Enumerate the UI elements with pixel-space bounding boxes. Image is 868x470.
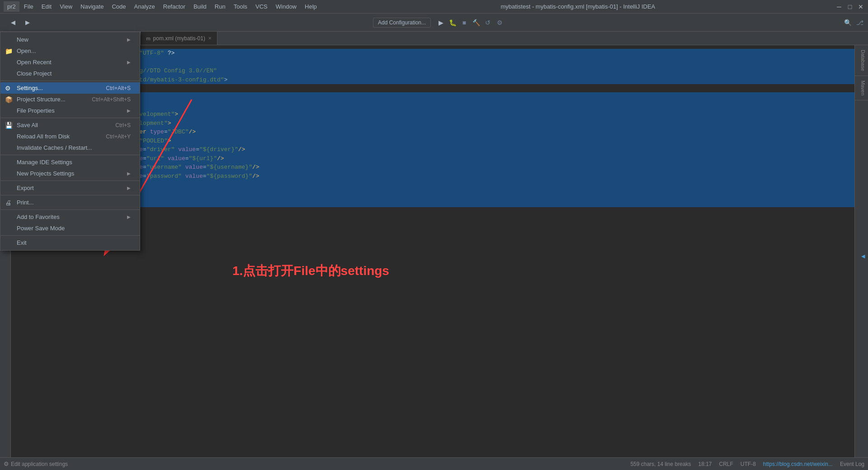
menu-file[interactable]: pr2 [4, 1, 19, 12]
settings-icon-status: ⚙ [4, 461, 9, 467]
file-menu-panel: New ▶ 📁 Open... Open Recent ▶ Close Proj… [0, 32, 140, 251]
encoding[interactable]: UTF-8 [741, 461, 756, 467]
save-all-shortcut: Ctrl+S [115, 122, 131, 128]
toolbar-back-button[interactable]: ◀ [7, 17, 19, 28]
menu-separator-7 [0, 235, 140, 236]
search-everywhere-button[interactable]: 🔍 [844, 18, 853, 27]
menu-item-reload[interactable]: Reload All from Disk Ctrl+Alt+Y [0, 131, 140, 142]
project-structure-shortcut: Ctrl+Alt+Shift+S [92, 96, 131, 103]
menu-vcs[interactable]: VCS [252, 1, 271, 12]
menu-item-power-save[interactable]: Power Save Mode [0, 223, 140, 234]
menu-item-open-recent[interactable]: Open Recent ▶ [0, 57, 140, 68]
title-bar: pr2 File Edit View Navigate Code Analyze… [0, 0, 868, 14]
menu-refactor[interactable]: Refactor [160, 1, 189, 12]
menu-build[interactable]: Build [190, 1, 210, 12]
menu-item-invalidate-caches[interactable]: Invalidate Caches / Restart... [0, 142, 140, 153]
menu-separator-2 [0, 118, 140, 118]
menu-run[interactable]: Run [211, 1, 229, 12]
reload-button[interactable]: ↺ [483, 18, 492, 27]
window-title: mybatistest - mybatis-config.xml [mybati… [321, 3, 835, 10]
settings-shortcut: Ctrl+Alt+S [106, 85, 131, 91]
arrow-icon: ▶ [127, 60, 131, 65]
arrow-icon: ▶ [127, 37, 131, 42]
menu-window[interactable]: Window [272, 1, 300, 12]
minimize-button[interactable]: ─ [835, 3, 843, 10]
file-menu-dropdown: New ▶ 📁 Open... Open Recent ▶ Close Proj… [0, 32, 140, 251]
char-count: 559 chars, 14 line breaks [630, 461, 691, 467]
menu-separator-3 [0, 155, 140, 155]
menu-code[interactable]: Code [108, 1, 129, 12]
arrow-icon: ▶ [127, 108, 131, 113]
menu-separator-5 [0, 195, 140, 195]
menu-file-label[interactable]: File [20, 1, 37, 12]
menu-item-open[interactable]: 📁 Open... [0, 45, 140, 57]
menu-item-invalidate-caches-label: Invalidate Caches / Restart... [17, 144, 92, 151]
settings-button[interactable]: ⚙ [495, 18, 504, 27]
status-bar: ⚙ Edit application settings 559 chars, 1… [0, 457, 868, 470]
save-icon: 💾 [5, 122, 13, 129]
settings-icon: ⚙ [5, 85, 11, 92]
menu-item-power-save-label: Power Save Mode [17, 225, 65, 232]
event-log-button[interactable]: Event Log [840, 461, 864, 467]
menu-item-open-label: Open... [17, 47, 36, 54]
toolbar-left-icons: ◀ ▶ [7, 17, 33, 28]
build-button[interactable]: 🔨 [472, 18, 481, 27]
run-button[interactable]: ▶ [436, 18, 445, 27]
blog-url[interactable]: https://blog.csdn.net/weixin... [763, 461, 833, 467]
menu-item-exit-label: Exit [17, 239, 27, 246]
menu-item-project-structure-label: Project Structure... [17, 96, 66, 103]
menu-item-file-properties-label: File Properties [17, 107, 55, 114]
git-button[interactable]: ⎇ [855, 18, 864, 27]
run-config-selector[interactable]: Add Configuration... [373, 18, 431, 28]
window-controls: ─ □ ✕ [835, 3, 864, 10]
menu-tools[interactable]: Tools [230, 1, 251, 12]
menu-item-save-all[interactable]: 💾 Save All Ctrl+S [0, 119, 140, 131]
menu-item-new-projects-settings-label: New Projects Settings [17, 170, 74, 177]
maximize-button[interactable]: □ [846, 3, 854, 10]
menu-item-new[interactable]: New ▶ [0, 34, 140, 45]
menu-edit[interactable]: Edit [38, 1, 55, 12]
menu-item-new-projects-settings[interactable]: New Projects Settings ▶ [0, 168, 140, 179]
menu-item-print-label: Print... [17, 199, 34, 206]
menu-separator-1 [0, 81, 140, 81]
menu-view[interactable]: View [56, 1, 76, 12]
line-ending[interactable]: CRLF [719, 461, 733, 467]
status-bar-left: ⚙ Edit application settings [4, 461, 68, 467]
arrow-icon: ▶ [127, 171, 131, 176]
maven-panel-tab[interactable]: Maven [855, 76, 868, 100]
menu-item-project-structure[interactable]: 📦 Project Structure... Ctrl+Alt+Shift+S [0, 94, 140, 105]
menu-item-add-favorites[interactable]: Add to Favorites ▶ [0, 211, 140, 223]
menu-item-export[interactable]: Export ▶ [0, 182, 140, 194]
menu-item-add-favorites-label: Add to Favorites [17, 214, 60, 220]
menu-item-file-properties[interactable]: File Properties ▶ [0, 105, 140, 116]
menu-analyze[interactable]: Analyze [131, 1, 159, 12]
menu-item-reload-label: Reload All from Disk [17, 133, 70, 140]
right-panels: Database Maven ◀ [854, 45, 868, 457]
stop-button[interactable]: ■ [460, 18, 469, 27]
menu-help[interactable]: Help [301, 1, 321, 12]
menu-item-new-label: New [17, 36, 28, 43]
menu-item-save-all-label: Save All [17, 122, 38, 128]
menu-item-open-recent-label: Open Recent [17, 59, 52, 66]
annotation-text: 1.点击打开File中的settings [232, 262, 389, 280]
database-panel-tab[interactable]: Database [855, 45, 868, 76]
menu-separator-6 [0, 209, 140, 210]
menu-item-close-project[interactable]: Close Project [0, 68, 140, 79]
menu-item-print[interactable]: 🖨 Print... [0, 197, 140, 208]
menu-item-manage-ide[interactable]: Manage IDE Settings [0, 157, 140, 168]
toolbar: ◀ ▶ Add Configuration... ▶ 🐛 ■ 🔨 ↺ ⚙ 🔍 ⎇ [0, 14, 868, 32]
tab-pom-xml[interactable]: m pom.xml (mybatis-01) ✕ [141, 32, 217, 45]
toolbar-forward-button[interactable]: ▶ [22, 17, 33, 28]
edit-settings-label[interactable]: Edit application settings [11, 461, 68, 467]
menu-navigate[interactable]: Navigate [77, 1, 107, 12]
status-bar-right: 559 chars, 14 line breaks 18:17 CRLF UTF… [630, 461, 864, 467]
menu-item-settings[interactable]: ⚙ Settings... Ctrl+Alt+S [0, 82, 140, 94]
close-button[interactable]: ✕ [857, 3, 864, 10]
tab-close-button[interactable]: ✕ [208, 36, 212, 41]
menu-item-manage-ide-label: Manage IDE Settings [17, 159, 72, 166]
debug-button[interactable]: 🐛 [448, 18, 457, 27]
structure-icon: 📦 [5, 96, 13, 103]
menu-item-exit[interactable]: Exit [0, 237, 140, 248]
cursor-position: 18:17 [698, 461, 712, 467]
reload-shortcut: Ctrl+Alt+Y [106, 133, 131, 140]
